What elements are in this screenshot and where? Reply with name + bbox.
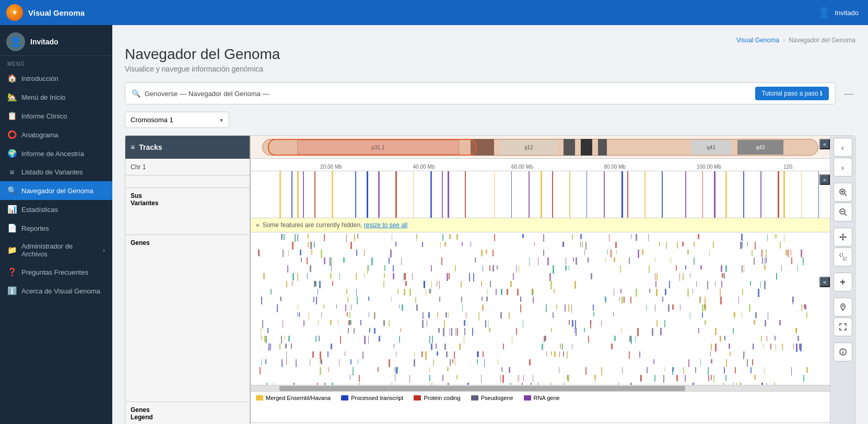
gene-mark bbox=[758, 289, 759, 297]
gene-mark bbox=[358, 359, 359, 364]
sidebar-item-introduccion[interactable]: 🏠 Introducción bbox=[0, 69, 112, 88]
resize-link[interactable]: resize to see all bbox=[364, 221, 407, 229]
gene-mark bbox=[568, 304, 569, 312]
chromosome-select[interactable]: Cromosoma 1 Cromosoma 2 Cromosoma 3 Crom… bbox=[125, 112, 229, 128]
gene-mark bbox=[492, 265, 494, 272]
gene-mark bbox=[655, 273, 656, 280]
gene-mark bbox=[447, 367, 448, 371]
gene-mark bbox=[481, 250, 482, 256]
gene-mark bbox=[428, 312, 430, 318]
gene-mark bbox=[729, 344, 730, 349]
circle-icon: ⭕ bbox=[7, 130, 17, 139]
variants-track[interactable]: « bbox=[251, 171, 830, 218]
gene-mark bbox=[556, 304, 558, 309]
gene-mark bbox=[431, 281, 432, 288]
fullscreen-button[interactable] bbox=[834, 317, 852, 336]
gene-mark bbox=[284, 234, 285, 240]
report-icon: 📋 bbox=[7, 111, 17, 121]
controls-sidebar: ‹ › + bbox=[830, 136, 855, 424]
svg-marker-12 bbox=[845, 236, 847, 238]
sidebar: ✦ Visual Genoma 👤 Invitado MENÚ 🏠 Introd… bbox=[0, 0, 112, 424]
gene-mark bbox=[607, 250, 608, 255]
sidebar-item-label: Informe Clínico bbox=[21, 112, 105, 120]
gene-mark bbox=[259, 250, 260, 256]
gene-mark bbox=[738, 297, 739, 304]
gene-mark bbox=[485, 320, 486, 327]
gene-mark bbox=[321, 359, 322, 364]
gene-mark bbox=[482, 304, 484, 311]
chromosome-selector-row: Cromosoma 1 Cromosoma 2 Cromosoma 3 Crom… bbox=[125, 112, 855, 128]
nav-right-button[interactable]: › bbox=[834, 158, 852, 176]
gene-mark bbox=[318, 289, 319, 295]
gene-mark bbox=[392, 234, 392, 241]
legend-swatch-protein bbox=[414, 395, 421, 401]
gene-mark bbox=[614, 289, 614, 296]
gene-mark bbox=[574, 281, 576, 289]
gene-mark bbox=[350, 375, 351, 380]
legend-label-processed: Processed transcript bbox=[351, 395, 403, 401]
sidebar-item-estadisticas[interactable]: 📊 Estadísticas bbox=[0, 200, 112, 219]
gene-mark bbox=[404, 289, 405, 296]
info-button[interactable] bbox=[834, 343, 852, 361]
sidebar-item-navegador[interactable]: 🔍 Navegador del Genoma bbox=[0, 181, 112, 200]
sidebar-item-label: Listado de Variantes bbox=[21, 168, 105, 176]
nav-left-button[interactable]: ‹ bbox=[834, 138, 852, 157]
gene-mark bbox=[401, 257, 402, 265]
gene-mark bbox=[490, 281, 491, 287]
gene-mark bbox=[384, 265, 385, 271]
gene-mark bbox=[676, 265, 676, 270]
location-button[interactable] bbox=[834, 298, 852, 316]
scroll-thumb[interactable] bbox=[279, 386, 685, 391]
gene-mark bbox=[303, 320, 304, 326]
variants-collapse-button[interactable]: « bbox=[819, 174, 830, 185]
gene-mark bbox=[591, 273, 592, 279]
gene-mark bbox=[500, 375, 501, 382]
gene-mark bbox=[368, 297, 369, 301]
variant-line bbox=[685, 171, 686, 218]
zoom-in-button[interactable] bbox=[834, 183, 852, 202]
sidebar-item-archivos[interactable]: 📁 Administrador de Archivos › bbox=[0, 238, 112, 263]
sidebar-item-acerca[interactable]: ℹ️ Acerca de Visual Genoma bbox=[0, 281, 112, 300]
genes-collapse-button[interactable]: « bbox=[819, 277, 830, 287]
scroll-row[interactable] bbox=[251, 385, 830, 392]
variant-line bbox=[395, 171, 397, 218]
gene-mark bbox=[331, 257, 332, 266]
gene-mark bbox=[426, 289, 426, 297]
sidebar-item-ancestria[interactable]: 🌍 Informe de Ancestría bbox=[0, 144, 112, 163]
sidebar-item-menu-inicio[interactable]: 🏡 Menú de Inicio bbox=[0, 88, 112, 107]
pan-button[interactable] bbox=[834, 228, 852, 246]
gene-mark bbox=[690, 312, 691, 319]
gene-mark bbox=[261, 328, 261, 336]
gene-mark bbox=[362, 351, 363, 359]
sidebar-item-reportes[interactable]: 📄 Reportes bbox=[0, 219, 112, 238]
gene-mark bbox=[309, 312, 310, 320]
gene-mark bbox=[498, 359, 498, 364]
resize-button[interactable] bbox=[834, 248, 852, 266]
gene-mark bbox=[752, 250, 753, 256]
gene-mark bbox=[433, 359, 434, 366]
sidebar-item-informe-clinico[interactable]: 📋 Informe Clínico bbox=[0, 107, 112, 125]
sidebar-item-anatograma[interactable]: ⭕ Anatograma bbox=[0, 125, 112, 144]
add-track-button[interactable]: + bbox=[834, 273, 852, 291]
search-input[interactable] bbox=[145, 90, 751, 98]
ideogram-collapse-button[interactable]: « bbox=[819, 139, 830, 149]
gene-mark bbox=[713, 242, 714, 248]
gene-mark bbox=[553, 265, 554, 274]
gene-mark bbox=[429, 367, 430, 372]
tutorial-button[interactable]: Tutorial paso a paso ℹ bbox=[755, 87, 829, 100]
gene-mark bbox=[724, 367, 724, 373]
sidebar-item-listado-variantes[interactable]: ≡ Listado de Variantes bbox=[0, 163, 112, 181]
gene-mark bbox=[320, 351, 321, 359]
gene-mark bbox=[281, 234, 282, 240]
gene-mark bbox=[573, 257, 574, 262]
gene-mark bbox=[291, 344, 291, 349]
sidebar-item-faq[interactable]: ❓ Preguntas Frecuentes bbox=[0, 263, 112, 281]
zoom-out-button[interactable] bbox=[834, 203, 852, 221]
gene-mark bbox=[793, 297, 794, 302]
genes-track[interactable]: « Some features are currently hidden, re… bbox=[251, 218, 830, 385]
breadcrumb-home[interactable]: Visual Genoma bbox=[736, 37, 779, 44]
gene-mark bbox=[611, 344, 612, 349]
minimize-button[interactable]: — bbox=[842, 88, 855, 99]
gene-mark bbox=[549, 273, 551, 281]
search-row: 🔍 Tutorial paso a paso ℹ — bbox=[125, 83, 855, 104]
